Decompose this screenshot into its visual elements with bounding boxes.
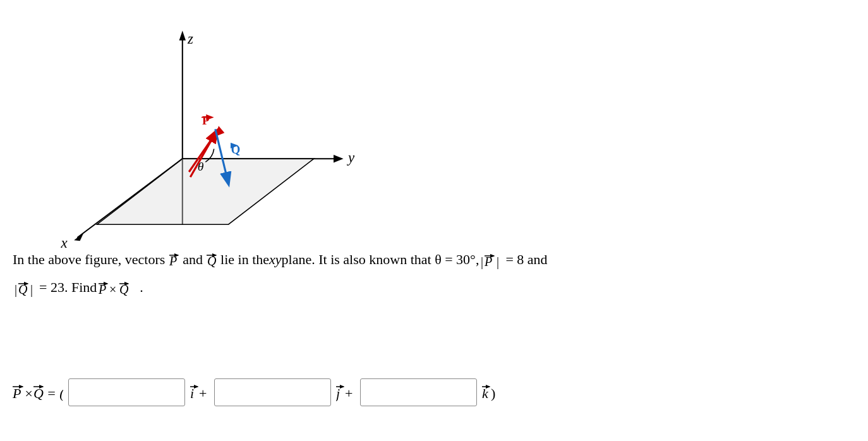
svg-text:+: + xyxy=(345,385,353,401)
svg-text:|: | xyxy=(15,282,17,297)
answer-area: P × Q = ( xyxy=(13,378,502,406)
svg-marker-1 xyxy=(179,30,186,40)
answer-input-1[interactable] xyxy=(68,378,185,406)
svg-text:k: k xyxy=(482,385,489,401)
svg-text:Q: Q xyxy=(33,385,44,401)
answer-label-pq: P × Q = ( xyxy=(13,382,63,404)
svg-text:|: | xyxy=(30,282,33,297)
vector-P-text: P xyxy=(167,246,181,273)
lie-in-text: lie in the xyxy=(220,246,269,273)
svg-text:×: × xyxy=(109,282,116,296)
plane-text: plane. It is also known that θ = 30°, xyxy=(282,246,479,273)
svg-text:i: i xyxy=(190,385,194,401)
diagram-area: z y x xyxy=(38,13,366,265)
problem-intro: In the above figure, vectors xyxy=(13,246,165,273)
equals-23-text: = 23. Find xyxy=(39,274,97,301)
main-container: z y x xyxy=(0,0,868,441)
svg-marker-5 xyxy=(74,233,84,241)
svg-text:|: | xyxy=(497,255,499,269)
svg-text:P: P xyxy=(169,254,177,268)
P-cross-Q-inline: P × Q xyxy=(99,274,138,301)
svg-text:Q: Q xyxy=(18,282,28,296)
svg-text:Q: Q xyxy=(119,282,129,296)
svg-text:P: P xyxy=(484,255,492,269)
Q-vector-label: Q xyxy=(231,143,241,156)
answer-input-3[interactable] xyxy=(360,378,477,406)
svg-text:= (: = ( xyxy=(47,385,63,401)
and-text: and xyxy=(183,246,203,273)
abs-Q-text: | Q | xyxy=(14,274,38,301)
svg-marker-3 xyxy=(334,155,344,162)
svg-text:+: + xyxy=(199,385,207,401)
z-axis-label: z xyxy=(187,31,193,47)
i-label: i + xyxy=(190,382,209,404)
y-axis-label: y xyxy=(347,150,355,166)
svg-text:j: j xyxy=(336,385,340,401)
svg-text:P: P xyxy=(13,385,21,401)
equals-8-and: = 8 and xyxy=(505,246,547,273)
svg-text:|: | xyxy=(481,255,483,269)
period-text: . xyxy=(140,274,143,301)
P-vector-label: P xyxy=(202,114,209,127)
problem-text: In the above figure, vectors P and xyxy=(13,246,855,301)
coordinate-diagram: z y x xyxy=(38,13,366,265)
svg-text:Q: Q xyxy=(207,254,217,268)
svg-text:×: × xyxy=(24,385,33,401)
svg-text:P: P xyxy=(99,282,106,296)
answer-input-2[interactable] xyxy=(214,378,331,406)
k-label: k ) xyxy=(482,382,502,404)
vector-Q-text: Q xyxy=(205,246,219,273)
abs-P-text: | P | xyxy=(480,246,504,273)
j-label: j + xyxy=(336,382,355,404)
svg-text:): ) xyxy=(491,385,495,401)
xy-plane-text: xy xyxy=(269,246,282,273)
theta-label: θ xyxy=(198,159,204,173)
xy-plane xyxy=(97,159,314,224)
